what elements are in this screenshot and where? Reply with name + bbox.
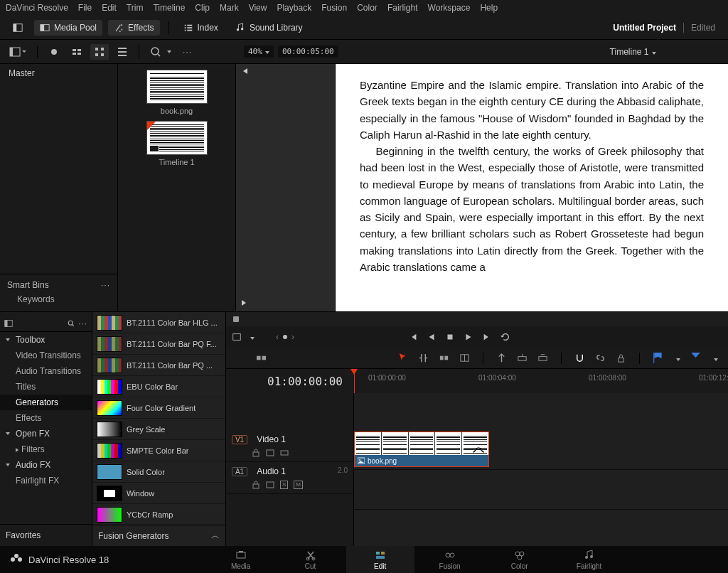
generator-bt-2111-color-bar-pq-[interactable]: BT.2111 Color Bar PQ ... (92, 355, 225, 376)
stop-icon[interactable] (445, 332, 455, 342)
media-item-timeline1[interactable]: Timeline 1 (146, 121, 208, 166)
panel-layout-icon[interactable] (4, 319, 13, 328)
mini-scrubber[interactable] (226, 312, 728, 326)
fx-nav-effects[interactable]: Effects (0, 410, 92, 426)
snap-icon[interactable] (574, 353, 585, 363)
fx-toolbox-header[interactable]: Toolbox (0, 332, 92, 348)
fx-nav-generators[interactable]: Generators (0, 395, 92, 410)
menu-color[interactable]: Color (357, 3, 378, 13)
flag-blue-icon[interactable] (690, 353, 701, 363)
viewer-zoom-dropdown[interactable]: 40% (244, 45, 274, 58)
generator-bt-2111-color-bar-hlg-[interactable]: BT.2111 Color Bar HLG ... (92, 312, 225, 333)
link-icon[interactable] (595, 353, 606, 363)
generator-four-color-gradient[interactable]: Four Color Gradient (92, 397, 225, 419)
dynamic-trim-icon[interactable] (439, 353, 449, 363)
fx-nav-titles[interactable]: Titles (0, 379, 92, 395)
search-icon[interactable] (67, 319, 75, 328)
clip-book[interactable]: book.png (354, 432, 489, 467)
go-end-icon[interactable] (240, 299, 249, 307)
blade-tool-icon[interactable] (459, 353, 470, 363)
ruler[interactable]: 01:00:00:0001:00:04:0001:00:08:0001:00:1… (354, 369, 728, 393)
fx-fairlightfx-item[interactable]: Fairlight FX (0, 473, 92, 488)
retime-curve-icon[interactable] (473, 446, 484, 454)
generator-smpte-color-bar[interactable]: SMPTE Color Bar (92, 440, 225, 461)
master-bin[interactable]: Master (0, 64, 117, 82)
transport-options-dropdown[interactable] (247, 332, 255, 342)
media-item-book[interactable]: book.png (146, 70, 208, 115)
menu-fairlight[interactable]: Fairlight (387, 3, 418, 13)
record-icon[interactable] (45, 44, 63, 60)
timeline-track-area[interactable]: book.png (354, 393, 728, 546)
selection-tool-icon[interactable] (397, 352, 408, 363)
first-frame-icon[interactable] (408, 332, 418, 342)
list-detail-icon[interactable] (113, 44, 132, 60)
fx-filters-item[interactable]: Filters (0, 441, 92, 457)
lock-icon[interactable] (252, 481, 260, 489)
trim-tool-icon[interactable] (418, 353, 429, 363)
fusion-generators-header[interactable]: Fusion Generators︿ (92, 525, 225, 546)
menu-timeline[interactable]: Timeline (153, 3, 185, 13)
menu-mark[interactable]: Mark (220, 3, 239, 13)
sort-dropdown[interactable] (146, 44, 175, 60)
media-pool-button[interactable]: Media Pool (34, 20, 102, 36)
page-tab-media[interactable]: Media (207, 546, 275, 573)
loop-icon[interactable] (500, 332, 510, 342)
menu-trim[interactable]: Trim (127, 3, 144, 13)
flag-marker-icon[interactable] (653, 353, 663, 363)
go-start-icon[interactable] (240, 67, 249, 75)
track-header-a1[interactable]: A1 Audio 1 2.0 S M (226, 462, 353, 494)
smart-bins-header[interactable]: Smart Bins (4, 279, 113, 291)
generator-ebu-color-bar[interactable]: EBU Color Bar (92, 376, 225, 397)
play-icon[interactable] (464, 332, 473, 342)
replace-icon[interactable] (537, 353, 548, 363)
auto-select-icon[interactable] (266, 481, 274, 489)
fx-nav-audio-transitions[interactable]: Audio Transitions (0, 363, 92, 379)
page-tab-color[interactable]: Color (486, 546, 554, 573)
insert-icon[interactable] (496, 353, 507, 363)
index-button[interactable]: Index (178, 20, 224, 36)
lock-icon[interactable] (616, 353, 626, 363)
fx-favorites[interactable]: Favorites (0, 524, 92, 546)
loop-bracket-icon[interactable] (232, 332, 242, 342)
smart-bin-keywords[interactable]: Keywords (4, 291, 113, 307)
menu-workspace[interactable]: Workspace (428, 3, 471, 13)
timeline-view-icon[interactable] (256, 353, 267, 363)
generator-solid-color[interactable]: Solid Color (92, 461, 225, 483)
sidebar-toggle-icon[interactable] (6, 44, 30, 60)
view-grid-icon[interactable] (90, 44, 109, 60)
menu-fusion[interactable]: Fusion (321, 3, 347, 13)
menu-davinci-resolve[interactable]: DaVinci Resolve (6, 3, 68, 13)
play-reverse-icon[interactable] (427, 332, 437, 342)
track-header-v1[interactable]: V1 Video 1 (226, 430, 353, 462)
fx-audiofx-header[interactable]: Audio FX (0, 457, 92, 473)
overwrite-icon[interactable] (517, 353, 528, 363)
generator-ycbcr-ramp[interactable]: YCbCr Ramp (92, 504, 225, 525)
view-list-icon[interactable] (68, 44, 86, 60)
layout-toggle-icon[interactable] (7, 20, 28, 36)
last-frame-icon[interactable] (482, 332, 492, 342)
page-tab-edit[interactable]: Edit (346, 546, 414, 573)
options-dots[interactable] (179, 45, 196, 59)
page-tab-cut[interactable]: Cut (277, 546, 345, 573)
menu-edit[interactable]: Edit (102, 3, 117, 13)
menu-playback[interactable]: Playback (277, 3, 311, 13)
fx-nav-video-transitions[interactable]: Video Transitions (0, 348, 92, 363)
lock-icon[interactable] (252, 449, 260, 457)
current-timecode[interactable]: 01:00:00:00 (226, 369, 354, 393)
menu-view[interactable]: View (249, 3, 267, 13)
timeline-selector[interactable]: Timeline 1 (610, 47, 656, 57)
generator-bt-2111-color-bar-pq-f-[interactable]: BT.2111 Color Bar PQ F... (92, 333, 225, 355)
options-icon[interactable] (78, 318, 87, 328)
page-tab-fairlight[interactable]: Fairlight (555, 546, 623, 573)
menu-clip[interactable]: Clip (195, 3, 210, 13)
smart-bins-options-icon[interactable] (101, 280, 110, 290)
generator-grey-scale[interactable]: Grey Scale (92, 419, 225, 440)
page-tab-fusion[interactable]: Fusion (416, 546, 484, 573)
menu-help[interactable]: Help (480, 3, 498, 13)
effects-button[interactable]: Effects (108, 20, 159, 36)
sound-library-button[interactable]: Sound Library (230, 20, 309, 36)
video-visible-icon[interactable] (280, 449, 289, 457)
fx-openfx-header[interactable]: Open FX (0, 426, 92, 441)
auto-select-icon[interactable] (266, 449, 274, 457)
viewer-content[interactable]: Byzantine Empire and the Islamic empire.… (336, 64, 728, 311)
